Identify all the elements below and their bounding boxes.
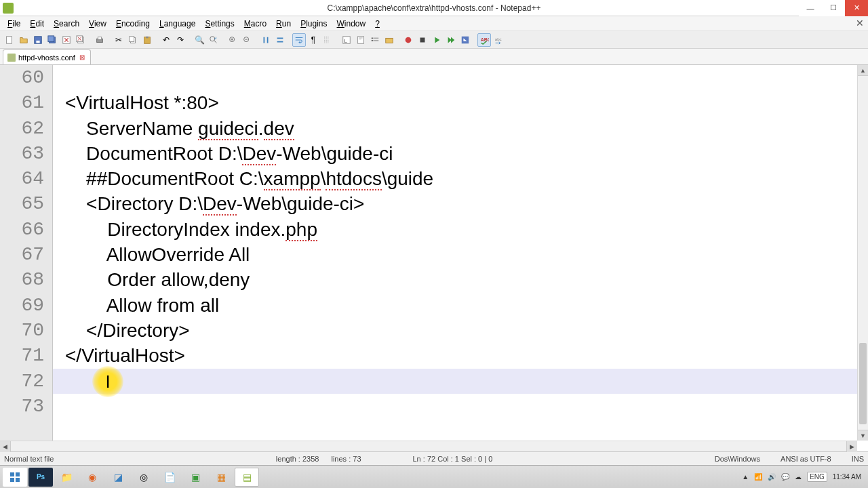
paste-icon[interactable] xyxy=(140,33,154,47)
status-encoding[interactable]: ANSI as UTF-8 xyxy=(781,455,831,463)
menu-file[interactable]: File xyxy=(3,18,25,30)
taskbar-app-firefox[interactable]: ◉ xyxy=(80,468,104,487)
zoom-out-icon[interactable] xyxy=(240,33,254,47)
menu-run[interactable]: Run xyxy=(271,18,296,30)
windows-taskbar: Ps 📁 ◉ ◪ ◎ 📄 ▣ ▦ ▤ ▲ 📶 🔊 💬 ☁ ENG 11:34 A… xyxy=(0,465,868,488)
code-line[interactable]: DirectoryIndex index.php xyxy=(53,217,857,242)
user-lang-icon[interactable]: L xyxy=(340,33,353,47)
line-number: 67 xyxy=(0,242,52,267)
save-macro-icon[interactable] xyxy=(458,33,472,47)
close-document-button[interactable]: ✕ xyxy=(856,18,864,28)
tray-onedrive-icon[interactable]: ☁ xyxy=(795,473,802,481)
scroll-right-icon[interactable]: ▶ xyxy=(846,441,857,452)
taskbar-app-vscode[interactable]: ◪ xyxy=(106,468,130,487)
indent-guide-icon[interactable] xyxy=(321,33,334,47)
scroll-up-icon[interactable]: ▲ xyxy=(858,65,868,76)
redo-icon[interactable]: ↷ xyxy=(174,33,187,47)
code-line[interactable]: DocumentRoot D:\Dev-Web\guide-ci xyxy=(53,141,857,166)
scroll-down-icon[interactable]: ▼ xyxy=(858,430,868,441)
code-line[interactable]: AllowOverride All xyxy=(53,242,857,267)
scroll-left-icon[interactable]: ◀ xyxy=(0,441,11,452)
undo-icon[interactable]: ↶ xyxy=(159,33,173,47)
tray-language[interactable]: ENG xyxy=(807,472,827,482)
svg-rect-22 xyxy=(372,37,374,39)
svg-rect-34 xyxy=(10,478,14,482)
menu-encoding[interactable]: Encoding xyxy=(111,18,155,30)
horizontal-scrollbar[interactable]: ◀ ▶ xyxy=(0,441,857,451)
save-all-icon[interactable] xyxy=(45,33,59,47)
tray-network-icon[interactable]: 📶 xyxy=(754,473,762,481)
minimize-button[interactable]: — xyxy=(799,0,822,16)
taskbar-app-notepadpp[interactable]: ▤ xyxy=(235,468,259,487)
taskbar-app-cmd[interactable]: ▣ xyxy=(183,468,208,487)
status-eol[interactable]: Dos\Windows xyxy=(715,455,760,463)
menu-help[interactable]: ? xyxy=(370,18,384,30)
tab-close-icon[interactable]: ⊠ xyxy=(78,54,86,62)
close-all-icon[interactable] xyxy=(74,33,87,47)
scrollbar-thumb[interactable] xyxy=(859,343,867,424)
tray-clock[interactable]: 11:34 AM xyxy=(833,473,861,481)
code-area[interactable]: <VirtualHost *:80> ServerName guideci.de… xyxy=(53,65,857,441)
sync-h-icon[interactable] xyxy=(273,33,287,47)
file-tab[interactable]: httpd-vhosts.conf ⊠ xyxy=(3,49,91,64)
play-macro-icon[interactable] xyxy=(430,33,443,47)
maximize-button[interactable]: ☐ xyxy=(822,0,845,16)
replace-icon[interactable] xyxy=(207,33,220,47)
menu-edit[interactable]: Edit xyxy=(25,18,49,30)
code-line[interactable]: </Directory> xyxy=(53,318,857,343)
save-icon[interactable] xyxy=(31,33,45,47)
toolbar-separator xyxy=(107,33,111,47)
zoom-in-icon[interactable] xyxy=(226,33,239,47)
play-multi-icon[interactable] xyxy=(444,33,458,47)
menu-plugins[interactable]: Plugins xyxy=(296,18,332,30)
code-line[interactable]: Allow from all xyxy=(53,293,857,318)
close-button[interactable]: ✕ xyxy=(845,0,868,16)
status-insert-mode[interactable]: INS xyxy=(852,455,864,463)
folder-view-icon[interactable] xyxy=(382,33,396,47)
copy-icon[interactable] xyxy=(126,33,140,47)
taskbar-app-notepad[interactable]: 📄 xyxy=(157,468,182,487)
menu-view[interactable]: View xyxy=(84,18,111,30)
taskbar-app-xampp[interactable]: ▦ xyxy=(209,468,233,487)
spellcheck-icon[interactable]: ABC xyxy=(477,33,491,47)
show-all-chars-icon[interactable]: ¶ xyxy=(307,33,320,47)
menu-settings[interactable]: Settings xyxy=(200,18,239,30)
find-icon[interactable]: 🔍 xyxy=(193,33,206,47)
code-line[interactable] xyxy=(53,65,857,90)
code-line[interactable]: <VirtualHost *:80> xyxy=(53,90,857,115)
spellcheck-next-icon[interactable]: abc xyxy=(492,33,505,47)
code-line[interactable] xyxy=(53,394,857,419)
code-line[interactable]: ##DocumentRoot C:\xampp\htdocs\guide xyxy=(53,166,857,191)
taskbar-app-explorer[interactable]: 📁 xyxy=(54,468,79,487)
taskbar-app-chrome[interactable]: ◎ xyxy=(132,468,156,487)
cut-icon[interactable]: ✂ xyxy=(112,33,125,47)
tray-action-center-icon[interactable]: 💬 xyxy=(781,473,789,481)
taskbar-app-photoshop[interactable]: Ps xyxy=(28,468,53,487)
svg-rect-32 xyxy=(10,472,14,476)
close-file-icon[interactable] xyxy=(60,33,73,47)
new-file-icon[interactable] xyxy=(3,33,16,47)
code-line[interactable]: <Directory D:\Dev-Web\guide-ci> xyxy=(53,191,857,216)
menu-window[interactable]: Window xyxy=(332,18,371,30)
svg-rect-23 xyxy=(374,37,378,39)
vertical-scrollbar[interactable]: ▲ ▼ xyxy=(857,65,868,441)
code-line[interactable]: </VirtualHost> xyxy=(53,343,857,368)
open-file-icon[interactable] xyxy=(17,33,31,47)
code-line[interactable]: ServerName guideci.dev xyxy=(53,116,857,141)
tray-show-hidden-icon[interactable]: ▲ xyxy=(742,473,749,481)
sync-v-icon[interactable] xyxy=(259,33,273,47)
record-macro-icon[interactable] xyxy=(401,33,415,47)
menu-macro[interactable]: Macro xyxy=(239,18,271,30)
line-number: 72 xyxy=(0,369,52,394)
doc-map-icon[interactable] xyxy=(354,33,368,47)
menu-language[interactable]: Language xyxy=(155,18,200,30)
menu-search[interactable]: Search xyxy=(49,18,84,30)
print-icon[interactable] xyxy=(93,33,106,47)
stop-macro-icon[interactable] xyxy=(416,33,429,47)
tray-volume-icon[interactable]: 🔊 xyxy=(768,473,776,481)
code-line[interactable]: Order allow,deny xyxy=(53,267,857,292)
func-list-icon[interactable] xyxy=(368,33,382,47)
start-button[interactable] xyxy=(3,468,27,487)
word-wrap-icon[interactable] xyxy=(292,33,306,47)
code-line[interactable] xyxy=(53,369,857,394)
